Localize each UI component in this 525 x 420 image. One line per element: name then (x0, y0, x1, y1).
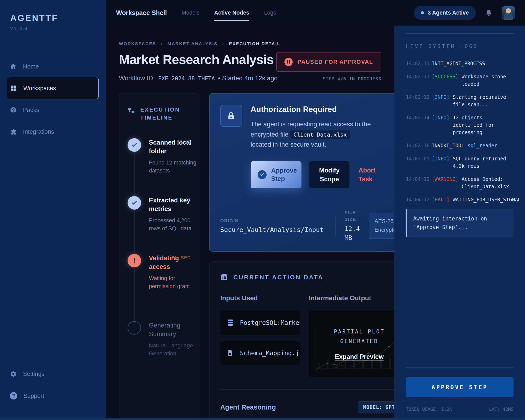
agents-active-label: 3 Agents Active (428, 10, 469, 16)
log-time: 14:02:14 (406, 114, 432, 136)
sidebar-item-integrations[interactable]: Integrations (0, 121, 106, 142)
question-circle-icon: ? (10, 392, 17, 400)
left-sidebar: AGENTTF V1.0.4 Home Workspaces Packs Int… (0, 0, 106, 420)
puzzle-icon (10, 128, 17, 135)
abort-task-button[interactable]: Abort Task (358, 161, 383, 188)
log-message: 12 objects identified for processing (453, 114, 514, 136)
sidebar-item-label: Settings (23, 371, 45, 377)
auth-body-suffix: located in the secure vault. (251, 141, 326, 148)
pause-icon (284, 58, 293, 66)
tab-active-nodes[interactable]: Active Nodes (214, 0, 249, 26)
database-icon (226, 319, 234, 327)
inputs-used-heading: Inputs Used (220, 294, 300, 302)
workflow-nodes-icon (128, 107, 135, 114)
step-description: Processed 4,200 rows of SQL data (149, 216, 198, 233)
log-entry: 14:02:11 [SUCCESS] Workspace scope loade… (406, 73, 514, 88)
sidebar-item-packs[interactable]: Packs (0, 99, 106, 121)
plot-status-text: PARTIAL PLOT GENERATED (328, 327, 390, 346)
sidebar-item-label: Workspaces (23, 85, 56, 92)
log-tool-tag: INVOKE_TOOL (432, 142, 464, 149)
step-title: Generating Summary (149, 321, 196, 338)
file-size-value: 12.4 MB (345, 224, 368, 242)
log-time: 14:02:12 (406, 93, 432, 108)
vertical-divider (335, 216, 336, 236)
token-usage: TOKEN USAGE: 1.2K (406, 407, 452, 412)
modify-scope-button[interactable]: Modify Scope (309, 161, 349, 188)
main-content: WORKSPACES › MARKET ANALYSIS › EXECUTION… (106, 26, 394, 420)
top-header: Workspace Shell Models Active Nodes Logs… (106, 0, 525, 26)
log-time: 14:02:18 (406, 142, 432, 149)
sidebar-item-label: Home (23, 63, 39, 70)
log-level-tag: [SUCCESS] (432, 73, 458, 88)
file-size-label: FILE SIZE (345, 209, 368, 223)
timeline-title: EXECUTION TIMELINE (140, 106, 191, 122)
sidebar-item-label: Support (23, 392, 44, 399)
timeline-step-extracted: Extracted key metrics 2.1S Processed 4,2… (128, 196, 191, 254)
log-message: Starting recursive file scan... (453, 93, 514, 108)
sidebar-item-settings[interactable]: Settings (0, 363, 106, 385)
approve-step-cta-button[interactable]: APPROVE STEP (406, 377, 514, 397)
header-tabs: Models Active Nodes Logs (182, 0, 276, 26)
step-description: Natural Language Generation (149, 342, 198, 358)
sidebar-item-label: Integrations (23, 128, 54, 135)
timeline-step-generating: Generating Summary Natural Language Gene… (128, 321, 191, 379)
log-message: Access Denied: Client_Data.xlsx (462, 176, 514, 190)
model-badge: MODEL: GPT-4O (358, 401, 394, 413)
check-circle-icon (128, 196, 141, 210)
lock-icon (220, 105, 242, 127)
agents-active-badge: 3 Agents Active (414, 6, 476, 20)
latency: LAT: 42MS (489, 407, 514, 412)
step-paused-label: PAUSED (171, 255, 191, 261)
sidebar-item-workspaces[interactable]: Workspaces (7, 77, 99, 99)
log-message: Workspace scope loaded (462, 73, 514, 88)
approve-step-cta-label: APPROVE STEP (431, 384, 488, 391)
expand-preview-link[interactable]: Expand Preview (335, 353, 384, 361)
breadcrumb-execution-detail: EXECUTION DETAIL (229, 41, 281, 46)
file-icon (226, 349, 234, 357)
workflow-started: • Started 4m 12s ago (218, 75, 277, 82)
breadcrumb-market-analysis[interactable]: MARKET ANALYSIS (168, 41, 218, 46)
log-time: 14:02:11 (406, 73, 432, 88)
current-action-panel: CURRENT ACTION DATA Inputs Used PostgreS… (209, 261, 394, 420)
approve-step-label: Approve Step (271, 167, 297, 183)
step-description: Waiting for permission grant (149, 274, 198, 290)
step-duration: 0.4S (180, 140, 191, 145)
tab-logs[interactable]: Logs (264, 0, 276, 26)
bell-icon[interactable] (485, 9, 493, 17)
log-time: 14:04:12 (406, 196, 432, 204)
log-time: 14:04:12 (406, 176, 432, 190)
log-entry: 14:02:12 [INFO] Starting recursive file … (406, 93, 514, 108)
log-level-tag: [WARNING] (432, 176, 458, 190)
user-avatar[interactable] (502, 6, 515, 20)
timeline-step-scanned: Scanned local folder 0.4S Found 12 match… (128, 138, 191, 196)
breadcrumb-workspaces[interactable]: WORKSPACES (119, 41, 156, 46)
authorization-card: Authorization Required The agent is requ… (209, 93, 394, 252)
log-entry: 14:02:18 INVOKE_TOOL sql_reader (406, 142, 514, 149)
live-logs-panel: LIVE SYSTEM LOGS 14:02:11 INIT_AGENT_PRO… (394, 26, 525, 420)
sidebar-item-label: Packs (23, 107, 39, 113)
alert-exclamation-icon: ! (128, 254, 141, 267)
plot-preview: PARTIAL PLOT GENERATED Expand Preview (309, 310, 394, 377)
log-level-tag: [INFO] (432, 114, 450, 136)
approve-step-button[interactable]: Approve Step (251, 161, 301, 188)
gear-icon (10, 370, 17, 377)
step-description: Found 12 matching datasets (149, 159, 198, 175)
step-progress: STEP 4/6 IN PROGRESS (323, 76, 381, 81)
input-label: Schema_Mapping.json (240, 349, 300, 357)
breadcrumb: WORKSPACES › MARKET ANALYSIS › EXECUTION… (119, 40, 381, 47)
tab-models[interactable]: Models (182, 0, 199, 26)
bar-chart-icon (220, 273, 228, 281)
log-level-tag: [INFO] (432, 155, 450, 170)
bottom-divider (406, 367, 514, 368)
sidebar-item-support[interactable]: ? Support (0, 385, 106, 407)
log-message: INIT_AGENT_PROCESS (432, 60, 514, 67)
step-duration: 2.1S (180, 197, 191, 202)
check-circle-icon (258, 170, 267, 179)
log-entry: 14:04:12 [WARNING] Access Denied: Client… (406, 176, 514, 190)
panel-top-divider (406, 33, 514, 34)
sidebar-item-home[interactable]: Home (0, 56, 106, 77)
package-box-icon (10, 106, 17, 113)
page-title: Market Research Analysis (119, 52, 274, 67)
app-title: Workspace Shell (116, 9, 167, 17)
chevron-right-icon: › (160, 40, 163, 47)
